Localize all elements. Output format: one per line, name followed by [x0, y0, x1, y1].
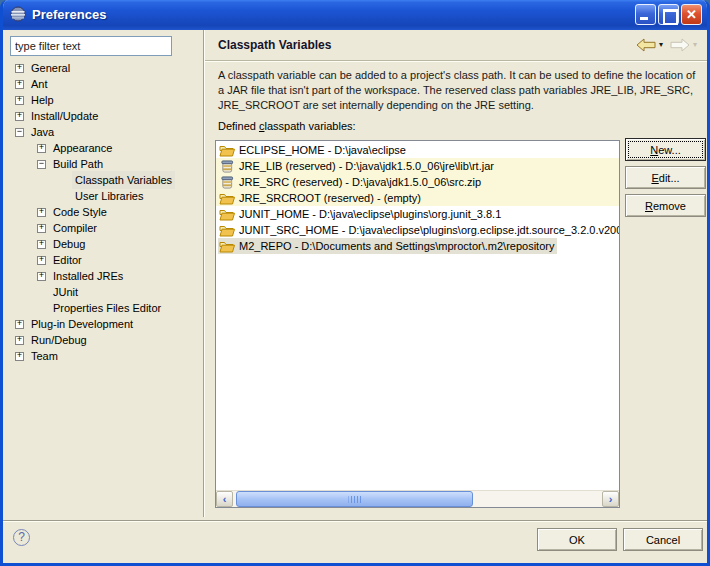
expand-plus-icon[interactable]: +: [15, 64, 24, 73]
list-item[interactable]: JRE_SRC (reserved) - D:\java\jdk1.5.0_06…: [216, 174, 619, 190]
minimize-button[interactable]: [635, 4, 656, 25]
expand-plus-icon[interactable]: +: [15, 320, 24, 329]
new-button[interactable]: New...: [625, 138, 706, 161]
tree-indent: [37, 304, 46, 313]
list-item-label: M2_REPO - D:\Documents and Settings\mpro…: [239, 238, 554, 254]
collapse-minus-icon[interactable]: −: [37, 160, 46, 169]
description-text: A classpath variable can be added to a p…: [218, 68, 704, 113]
expand-plus-icon[interactable]: +: [15, 112, 24, 121]
expand-plus-icon[interactable]: +: [15, 352, 24, 361]
filter-input[interactable]: [10, 36, 172, 56]
tree-indent: [37, 288, 46, 297]
tree-item-team[interactable]: +Team: [6, 348, 202, 364]
help-button[interactable]: ?: [13, 529, 30, 546]
folder-open-icon: [219, 208, 235, 221]
expand-plus-icon[interactable]: +: [15, 80, 24, 89]
tree-item-general[interactable]: +General: [6, 60, 202, 76]
footer-separator: [3, 520, 707, 521]
expand-plus-icon[interactable]: +: [37, 144, 46, 153]
list-item-label: JRE_SRCROOT (reserved) - (empty): [239, 190, 421, 206]
tree-item-install-update[interactable]: +Install/Update: [6, 108, 202, 124]
list-item[interactable]: JRE_SRCROOT (reserved) - (empty): [216, 190, 619, 206]
list-item-label: ECLIPSE_HOME - D:\java\eclipse: [239, 142, 406, 158]
expand-plus-icon[interactable]: +: [37, 256, 46, 265]
tree-indent: [59, 192, 68, 201]
expand-plus-icon[interactable]: +: [37, 272, 46, 281]
list-item-label: JRE_LIB (reserved) - D:\java\jdk1.5.0_06…: [239, 158, 494, 174]
tree-item-compiler[interactable]: +Compiler: [6, 220, 202, 236]
scroll-right-icon[interactable]: ›: [602, 491, 619, 507]
header-separator: [205, 60, 707, 61]
list-rows: ECLIPSE_HOME - D:\java\eclipseJRE_LIB (r…: [216, 142, 619, 254]
jar-icon: [219, 160, 235, 173]
page-title: Classpath Variables: [218, 38, 331, 52]
folder-open-icon: [219, 240, 235, 253]
horizontal-scrollbar[interactable]: ‹ ›: [216, 490, 619, 507]
jar-icon: [219, 176, 235, 189]
preferences-tree: +General+Ant+Help+Install/Update−Java+Ap…: [6, 60, 202, 513]
list-item[interactable]: M2_REPO - D:\Documents and Settings\mpro…: [216, 238, 619, 254]
tree-indent: [59, 176, 68, 185]
list-item-label: JUNIT_HOME - D:\java\eclipse\plugins\org…: [239, 206, 501, 222]
tree-item-run-debug[interactable]: +Run/Debug: [6, 332, 202, 348]
tree-item-label: Team: [28, 347, 61, 365]
eclipse-logo-icon: [10, 6, 26, 22]
folder-open-icon: [219, 224, 235, 237]
tree-item-java[interactable]: −Java: [6, 124, 202, 140]
folder-open-icon: [219, 144, 235, 157]
tree-item-junit[interactable]: JUnit: [6, 284, 202, 300]
remove-button[interactable]: Remove: [625, 194, 706, 217]
expand-plus-icon[interactable]: +: [15, 336, 24, 345]
pane-divider-highlight: [204, 30, 205, 517]
window-title: Preferences: [32, 7, 106, 22]
tree-item-appearance[interactable]: +Appearance: [6, 140, 202, 156]
expand-plus-icon[interactable]: +: [37, 224, 46, 233]
tree-item-ant[interactable]: +Ant: [6, 76, 202, 92]
ok-button[interactable]: OK: [537, 528, 617, 551]
list-item[interactable]: ECLIPSE_HOME - D:\java\eclipse: [216, 142, 619, 158]
list-item[interactable]: JUNIT_HOME - D:\java\eclipse\plugins\org…: [216, 206, 619, 222]
list-actions: New...Edit...Remove: [625, 138, 706, 217]
tree-item-build-path[interactable]: −Build Path: [6, 156, 202, 172]
tree-item-help[interactable]: +Help: [6, 92, 202, 108]
list-item[interactable]: JUNIT_SRC_HOME - D:\java\eclipse\plugins…: [216, 222, 619, 238]
tree-item-plug-in-development[interactable]: +Plug-in Development: [6, 316, 202, 332]
list-item-label: JUNIT_SRC_HOME - D:\java\eclipse\plugins…: [239, 222, 619, 238]
collapse-minus-icon[interactable]: −: [15, 128, 24, 137]
expand-plus-icon[interactable]: +: [37, 208, 46, 217]
tree-item-user-libraries[interactable]: User Libraries: [6, 188, 202, 204]
tree-item-properties-files-editor[interactable]: Properties Files Editor: [6, 300, 202, 316]
tree-item-classpath-variables[interactable]: Classpath Variables: [6, 172, 202, 188]
edit-button[interactable]: Edit...: [625, 166, 706, 189]
cancel-button[interactable]: Cancel: [623, 528, 703, 551]
expand-plus-icon[interactable]: +: [15, 96, 24, 105]
tree-item-code-style[interactable]: +Code Style: [6, 204, 202, 220]
titlebar[interactable]: Preferences: [3, 0, 707, 30]
list-item-label: JRE_SRC (reserved) - D:\java\jdk1.5.0_06…: [239, 174, 481, 190]
scroll-left-icon[interactable]: ‹: [216, 491, 233, 507]
folder-open-icon: [219, 192, 235, 205]
preferences-dialog: Preferences +General+Ant+Help+Install/Up…: [0, 0, 710, 566]
tree-item-installed-jres[interactable]: +Installed JREs: [6, 268, 202, 284]
list-item[interactable]: JRE_LIB (reserved) - D:\java\jdk1.5.0_06…: [216, 158, 619, 174]
maximize-button[interactable]: [658, 4, 679, 25]
back-dropdown-icon[interactable]: ▾: [659, 41, 663, 49]
classpath-variables-list: ECLIPSE_HOME - D:\java\eclipseJRE_LIB (r…: [215, 140, 620, 508]
close-button[interactable]: [681, 4, 702, 25]
forward-dropdown-icon: ▾: [693, 41, 697, 49]
tree-item-editor[interactable]: +Editor: [6, 252, 202, 268]
defined-variables-label: Defined classpath variables:: [218, 120, 356, 132]
expand-plus-icon[interactable]: +: [37, 240, 46, 249]
forward-arrow-icon: [670, 38, 690, 52]
back-arrow-icon[interactable]: [636, 38, 656, 52]
scrollbar-thumb[interactable]: [236, 491, 473, 507]
tree-item-debug[interactable]: +Debug: [6, 236, 202, 252]
